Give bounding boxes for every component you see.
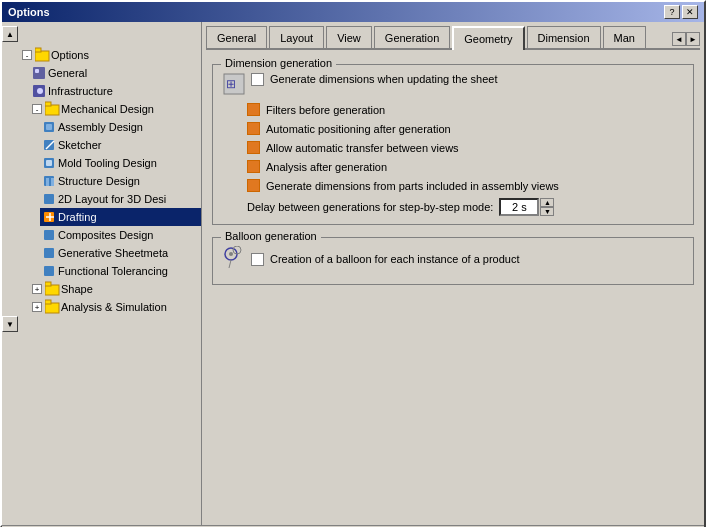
layout-icon [42,191,58,207]
help-button[interactable]: ? [664,5,680,19]
delay-spin-down[interactable]: ▼ [540,207,554,216]
structure-label: Structure Design [58,175,140,187]
tab-bar: General Layout View Generation Geometry … [206,26,700,50]
filters-before-label: Filters before generation [266,104,385,116]
drafting-icon [42,209,58,225]
generate-from-parts-label: Generate dimensions from parts included … [266,180,559,192]
mechanical-label: Mechanical Design [61,103,154,115]
delay-spin-up[interactable]: ▲ [540,198,554,207]
svg-rect-3 [35,69,39,73]
right-panel: General Layout View Generation Geometry … [202,22,704,525]
delay-spinner: ▲ ▼ [540,198,554,216]
balloon-row: Creation of a balloon for each instance … [223,246,683,272]
sidebar-item-drafting[interactable]: Drafting [40,208,201,226]
options-label: Options [51,49,89,61]
generate-dims-checkbox[interactable] [251,73,264,86]
expand-mechanical[interactable]: - [32,104,42,114]
composites-icon [42,227,58,243]
sidebar-item-mechanical-design[interactable]: - Mechanical Design [30,100,201,118]
balloon-checkbox[interactable] [251,253,264,266]
generate-dims-row: ⊞ Generate dimensions when updating the … [223,73,683,97]
sidebar-item-options[interactable]: - Options [20,46,201,64]
svg-rect-25 [45,282,51,286]
sidebar-item-shape[interactable]: + Shape [30,280,201,298]
svg-rect-1 [35,48,41,52]
sidebar-item-assembly-design[interactable]: Assembly Design [40,118,201,136]
tab-layout[interactable]: Layout [269,26,324,48]
folder-icon [35,47,51,63]
dimension-icon: ⊞ [223,73,245,95]
close-button[interactable]: ✕ [682,5,698,19]
sidebar-item-general[interactable]: General [30,64,201,82]
allow-transfer-subicon [247,141,260,154]
sidebar-item-mold-tooling-design[interactable]: Mold Tooling Design [40,154,201,172]
svg-rect-21 [44,230,54,240]
generate-dims-icon-area: ⊞ [223,73,251,97]
dimension-generation-label: Dimension generation [221,57,336,69]
sidebar-item-generative-sheetmeta[interactable]: Generative Sheetmeta [40,244,201,262]
general-icon [32,65,48,81]
generate-from-parts-subicon [247,179,260,192]
filters-before-row: Filters before generation [223,103,683,116]
auto-positioning-label: Automatic positioning after generation [266,123,451,135]
tab-dimension[interactable]: Dimension [527,26,601,48]
filters-before-subicon [247,103,260,116]
composites-label: Composites Design [58,229,153,241]
sidebar-scroll-down[interactable]: ▼ [2,316,18,332]
svg-rect-2 [33,67,45,79]
svg-rect-17 [44,194,54,204]
sidebar-item-sketcher[interactable]: Sketcher [40,136,201,154]
sidebar-scroll-up[interactable]: ▲ [2,26,18,42]
shape-label: Shape [61,283,93,295]
functional-icon [42,263,58,279]
sketcher-icon [42,137,58,153]
balloon-generation-section: Balloon generation Creation of a balloo [212,237,694,285]
title-bar: Options ? ✕ [2,2,704,22]
tab-scroll-right[interactable]: ► [686,32,700,46]
delay-row: Delay between generations for step-by-st… [223,198,683,216]
analysis-after-label: Analysis after generation [266,161,387,173]
window-title: Options [8,6,50,18]
infrastructure-label: Infrastructure [48,85,113,97]
tab-scroll-area: ◄ ► [672,32,700,48]
expand-analysis[interactable]: + [32,302,42,312]
expand-shape[interactable]: + [32,284,42,294]
sidebar-item-2d-layout[interactable]: 2D Layout for 3D Desi [40,190,201,208]
allow-transfer-row: Allow automatic transfer between views [223,141,683,154]
sidebar-item-composites-design[interactable]: Composites Design [40,226,201,244]
tab-generation[interactable]: Generation [374,26,450,48]
auto-positioning-row: Automatic positioning after generation [223,122,683,135]
tab-man[interactable]: Man [603,26,646,48]
structure-icon [42,173,58,189]
shape-folder-icon [45,281,61,297]
generative-icon [42,245,58,261]
sidebar-item-functional-tolerancing[interactable]: Functional Tolerancing [40,262,201,280]
balloon-icon [223,246,247,270]
tree-area: - Options General [20,42,201,316]
tab-scroll-left[interactable]: ◄ [672,32,686,46]
allow-transfer-label: Allow automatic transfer between views [266,142,459,154]
analysis-after-subicon [247,160,260,173]
svg-rect-16 [51,178,54,186]
analysis-label: Analysis & Simulation [61,301,167,313]
mold-icon [42,155,58,171]
svg-rect-13 [46,160,52,166]
svg-rect-22 [44,248,54,258]
balloon-generation-label: Balloon generation [221,230,321,242]
analysis-folder-icon [45,299,61,315]
sidebar-item-analysis-simulation[interactable]: + Analysis & Simulation [30,298,201,316]
general-label: General [48,67,87,79]
delay-label: Delay between generations for step-by-st… [247,201,493,213]
assembly-icon [42,119,58,135]
analysis-after-row: Analysis after generation [223,160,683,173]
balloon-label: Creation of a balloon for each instance … [270,253,520,265]
sidebar-item-structure-design[interactable]: Structure Design [40,172,201,190]
tab-geometry[interactable]: Geometry [452,26,524,50]
sketcher-label: Sketcher [58,139,101,151]
sidebar-item-infrastructure[interactable]: Infrastructure [30,82,201,100]
tab-general[interactable]: General [206,26,267,48]
panel-content: Dimension generation ⊞ Generate dimensio… [206,58,700,521]
tab-view[interactable]: View [326,26,372,48]
expand-options[interactable]: - [22,50,32,60]
delay-input[interactable] [499,198,539,216]
